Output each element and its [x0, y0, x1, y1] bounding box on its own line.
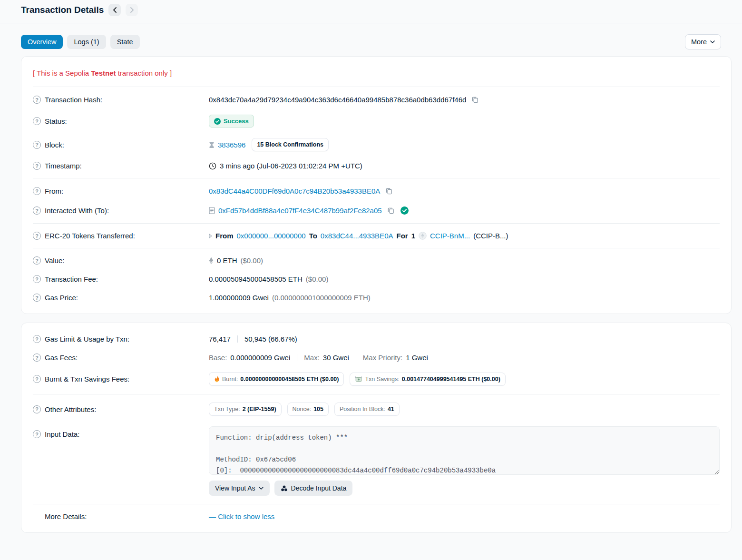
gas-limit-value: 76,417 — [209, 335, 231, 343]
separator — [297, 354, 297, 361]
help-icon[interactable]: ? — [33, 256, 41, 265]
status-row: ? Status: Success — [33, 109, 720, 133]
tx-hash-value: 0x843dc70a4a29d79234c49a904c363d6c46640a… — [209, 96, 466, 104]
txn-savings-label: Txn Savings: — [365, 376, 399, 383]
warning-suffix: transaction only ] — [116, 69, 172, 77]
verified-check-icon — [400, 206, 409, 215]
view-input-as-button[interactable]: View Input As — [209, 481, 270, 496]
flame-icon — [214, 375, 220, 383]
from-address-link[interactable]: 0x83dC44a4C00DFf69d0A0c7c94B20b53a4933BE… — [209, 187, 380, 195]
divider — [33, 504, 720, 504]
copy-icon — [471, 96, 478, 103]
divider — [33, 223, 720, 224]
txn-savings-badge: Txn Savings: 0.001477404999541495 ETH ($… — [350, 373, 505, 386]
input-data-row: ? Input Data: Function: drip(address tok… — [33, 421, 720, 501]
position-value: 41 — [388, 406, 394, 413]
tab-overview[interactable]: Overview — [21, 35, 63, 49]
erc20-to-address-link[interactable]: 0x83dC44...4933BE0A — [321, 232, 393, 240]
block-confirmations-badge: 15 Block Confirmations — [252, 138, 329, 151]
erc20-label: ERC-20 Tokens Transferred: — [45, 232, 135, 240]
from-label: From: — [45, 187, 63, 195]
decode-icon — [281, 485, 288, 492]
timestamp-row: ? Timestamp: 3 mins ago (Jul-06-2023 01:… — [33, 157, 720, 175]
divider — [33, 87, 720, 87]
details-card: ? Gas Limit & Usage by Txn: 76,417 50,94… — [21, 323, 732, 533]
gas-limit-label: Gas Limit & Usage by Txn: — [45, 335, 129, 343]
help-icon[interactable]: ? — [33, 187, 41, 195]
value-usd: ($0.00) — [241, 256, 264, 265]
max-priority-value: 1 Gwei — [406, 354, 428, 362]
page-title: Transaction Details — [21, 5, 104, 15]
help-icon[interactable]: ? — [33, 96, 41, 104]
tab-state[interactable]: State — [110, 35, 140, 49]
more-dropdown-button[interactable]: More — [685, 34, 721, 49]
decode-input-data-button[interactable]: Decode Input Data — [274, 481, 353, 496]
transaction-fee-row: ? Transaction Fee: 0.000050945000458505 … — [33, 270, 720, 288]
hourglass-icon — [209, 141, 215, 148]
timestamp-value: 3 mins ago (Jul-06-2023 01:02:24 PM +UTC… — [220, 162, 362, 170]
help-icon[interactable]: ? — [33, 117, 41, 125]
help-icon[interactable]: ? — [33, 375, 41, 383]
erc20-token-link[interactable]: CCIP-BnM... — [430, 232, 470, 240]
tab-logs[interactable]: Logs (1) — [67, 35, 106, 49]
to-address-link[interactable]: 0xFd57b4ddBf88a4e07fF4e34C487b99af2Fe82a… — [218, 206, 382, 215]
gas-fees-label: Gas Fees: — [45, 354, 78, 362]
more-details-label: More Details: — [45, 512, 87, 521]
decode-input-data-label: Decode Input Data — [291, 484, 347, 492]
input-data-textarea[interactable]: Function: drip(address token) *** Method… — [209, 426, 720, 475]
help-icon[interactable]: ? — [33, 141, 41, 149]
help-icon[interactable]: ? — [33, 206, 41, 215]
nonce-label: Nonce: — [293, 406, 312, 413]
divider — [33, 248, 720, 248]
help-icon[interactable]: ? — [33, 335, 41, 343]
timestamp-label: Timestamp: — [45, 162, 82, 170]
txn-type-label: Txn Type: — [214, 406, 240, 413]
copy-from-address-button[interactable] — [384, 187, 393, 196]
burnt-value: 0.000000000000458505 ETH ($0.00) — [240, 376, 339, 383]
contract-file-icon — [209, 207, 215, 214]
burnt-badge: Burnt: 0.000000000000458505 ETH ($0.00) — [209, 372, 344, 386]
chevron-down-icon — [710, 40, 715, 43]
interacted-with-label: Interacted With (To): — [45, 206, 109, 215]
copy-tx-hash-button[interactable] — [470, 95, 479, 104]
gas-fees-row: ? Gas Fees: Base: 0.000000009 Gwei Max: … — [33, 348, 720, 367]
gas-price-amount: 1.000000009 Gwei — [209, 294, 269, 302]
base-fee-label: Base: — [209, 354, 227, 362]
more-details-row: More Details: — Click to show less — [33, 507, 720, 526]
block-row: ? Block: 3836596 15 Block Confirmations — [33, 133, 720, 157]
testnet-warning: [ This is a Sepolia Testnet transaction … — [33, 63, 720, 84]
block-number-link[interactable]: 3836596 — [218, 141, 245, 149]
money-wings-icon — [355, 376, 362, 382]
value-row: ? Value: 0 ETH ($0.00) — [33, 251, 720, 270]
separator — [356, 354, 356, 361]
next-transaction-button[interactable] — [126, 4, 138, 16]
help-icon[interactable]: ? — [33, 405, 41, 413]
prev-transaction-button[interactable] — [108, 4, 121, 16]
gas-price-label: Gas Price: — [45, 294, 78, 302]
copy-to-address-button[interactable] — [386, 206, 395, 215]
help-icon[interactable]: ? — [33, 275, 41, 283]
help-icon[interactable]: ? — [33, 162, 41, 170]
max-fee-value: 30 Gwei — [323, 354, 349, 362]
chevron-right-icon — [130, 7, 134, 13]
show-less-link[interactable]: — Click to show less — [209, 512, 274, 521]
erc20-from-address-link[interactable]: 0x000000...00000000 — [237, 232, 306, 240]
help-icon[interactable]: ? — [33, 232, 41, 240]
gas-price-row: ? Gas Price: 1.000000009 Gwei (0.0000000… — [33, 288, 720, 307]
help-icon[interactable]: ? — [33, 354, 41, 362]
status-text: Success — [224, 118, 249, 125]
copy-icon — [387, 207, 394, 214]
txn-type-badge: Txn Type: 2 (EIP-1559) — [209, 403, 282, 416]
block-label: Block: — [45, 141, 64, 149]
position-in-block-badge: Position In Block: 41 — [334, 403, 400, 416]
help-icon[interactable]: ? — [33, 430, 41, 438]
help-icon[interactable]: ? — [33, 294, 41, 302]
status-badge: Success — [209, 115, 254, 128]
tab-bar: Overview Logs (1) State More — [0, 23, 742, 56]
max-priority-label: Max Priority: — [363, 354, 402, 362]
gas-usage-value: 50,945 (66.67%) — [244, 335, 297, 343]
chevron-left-icon — [113, 7, 117, 13]
erc20-amount: 1 — [411, 232, 415, 240]
overview-card: [ This is a Sepolia Testnet transaction … — [21, 56, 732, 314]
transaction-fee-amount: 0.000050945000458505 ETH — [209, 275, 303, 283]
